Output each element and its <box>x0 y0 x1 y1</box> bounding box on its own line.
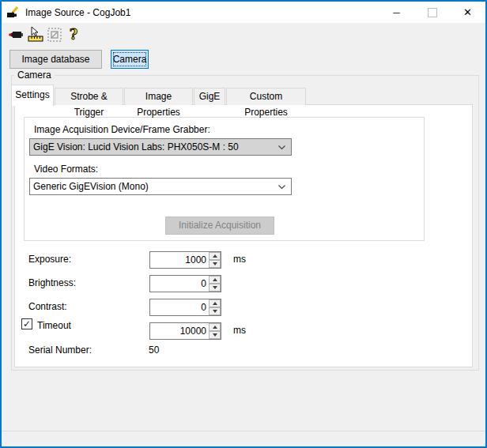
image-database-button[interactable]: Image database <box>9 50 102 69</box>
tab-settings[interactable]: Settings <box>11 85 54 106</box>
timeout-input[interactable]: 10000 <box>150 323 209 339</box>
brightness-spin-buttons <box>209 276 221 292</box>
spin-up-button[interactable] <box>209 252 221 260</box>
exposure-spin-buttons <box>209 252 221 268</box>
up-arrow-icon <box>213 326 217 329</box>
setup-cursor-ruler-icon[interactable] <box>26 25 45 44</box>
spin-down-button[interactable] <box>209 331 221 339</box>
window-controls: ─ ✕ <box>379 2 485 23</box>
chevron-down-icon <box>278 145 285 150</box>
spin-down-button[interactable] <box>209 260 221 268</box>
up-arrow-icon <box>213 302 217 305</box>
image-source-window: Image Source - CogJob1 ─ ✕ <box>0 0 487 448</box>
down-arrow-icon <box>213 262 217 265</box>
up-arrow-icon <box>213 254 217 258</box>
brightness-label: Brightness: <box>28 277 76 288</box>
minimize-button[interactable]: ─ <box>379 2 414 23</box>
acquisition-device-frame: Image Acquisition Device/Frame Grabber: … <box>24 117 425 241</box>
down-arrow-icon <box>213 286 217 289</box>
video-formats-combobox-value: Generic GigEVision (Mono) <box>33 181 149 192</box>
device-combobox-value: GigE Vision: Lucid Vision Labs: PHX050S-… <box>33 141 239 152</box>
help-question-icon[interactable]: ? <box>64 25 83 44</box>
tab-gige[interactable]: GigE <box>194 88 225 105</box>
camera-button[interactable]: Camera <box>111 50 149 69</box>
spin-down-button[interactable] <box>209 307 221 315</box>
brightness-spinner[interactable]: 0 <box>149 275 221 292</box>
brightness-input[interactable]: 0 <box>150 276 209 292</box>
contrast-spinner[interactable]: 0 <box>149 299 221 316</box>
bottom-divider <box>2 431 485 431</box>
exposure-input[interactable]: 1000 <box>150 252 209 268</box>
serial-number-value: 50 <box>149 344 159 356</box>
timeout-spin-buttons <box>209 323 221 339</box>
timeout-checkbox[interactable]: ✓ <box>21 318 32 329</box>
device-combobox[interactable]: GigE Vision: Lucid Vision Labs: PHX050S-… <box>29 138 292 156</box>
maximize-button[interactable] <box>414 2 450 23</box>
contrast-label: Contrast: <box>28 301 67 312</box>
up-arrow-icon <box>213 278 217 281</box>
contrast-spin-buttons <box>209 299 221 315</box>
checkmark-icon: ✓ <box>23 319 31 329</box>
app-icon <box>6 6 20 19</box>
device-label: Image Acquisition Device/Frame Grabber: <box>34 124 210 135</box>
serial-number-label: Serial Number: <box>28 344 92 356</box>
spin-up-button[interactable] <box>209 299 221 307</box>
exposure-spinner[interactable]: 1000 <box>149 251 221 269</box>
live-camera-icon[interactable] <box>6 25 25 44</box>
spin-down-button[interactable] <box>209 284 221 292</box>
tab-image-properties[interactable]: Image Properties <box>124 88 193 105</box>
window-title: Image Source - CogJob1 <box>25 7 130 18</box>
close-button[interactable]: ✕ <box>450 2 485 23</box>
settings-tabpage: Image Acquisition Device/Frame Grabber: … <box>14 104 473 367</box>
spin-up-button[interactable] <box>209 323 221 331</box>
exposure-unit-label: ms <box>233 254 246 265</box>
initialize-acquisition-button[interactable]: Initialize Acquisition <box>165 216 274 235</box>
chevron-down-icon <box>278 185 285 190</box>
contrast-input[interactable]: 0 <box>150 299 209 315</box>
spin-up-button[interactable] <box>209 276 221 284</box>
timeout-unit-label: ms <box>233 325 246 336</box>
image-region-icon-disabled <box>45 25 64 44</box>
tab-strobe-trigger[interactable]: Strobe & Trigger <box>55 88 123 105</box>
timeout-label: Timeout <box>37 320 71 331</box>
titlebar: Image Source - CogJob1 ─ ✕ <box>2 2 485 23</box>
camera-groupbox-label: Camera <box>14 70 55 81</box>
video-formats-combobox[interactable]: Generic GigEVision (Mono) <box>29 178 292 195</box>
exposure-label: Exposure: <box>28 254 71 265</box>
down-arrow-icon <box>213 310 217 313</box>
video-formats-label: Video Formats: <box>34 164 98 175</box>
down-arrow-icon <box>213 333 217 337</box>
tab-custom-properties[interactable]: Custom Properties <box>226 88 306 105</box>
svg-text:?: ? <box>70 26 78 43</box>
camera-button-label: Camera <box>113 54 147 65</box>
maximize-icon <box>428 8 437 17</box>
timeout-spinner[interactable]: 10000 <box>149 322 221 340</box>
